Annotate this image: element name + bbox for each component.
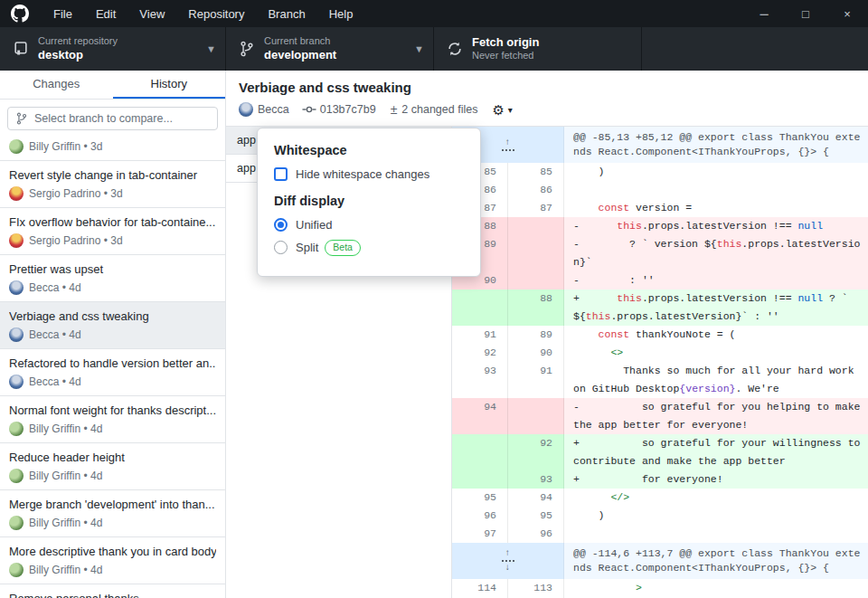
- minimize-button[interactable]: ─: [743, 0, 785, 27]
- commit-list-item-meta: Billy Griffin • 4d: [9, 422, 216, 436]
- avatar: [9, 516, 24, 530]
- menu-item-branch[interactable]: Branch: [256, 0, 316, 27]
- commit-list-item[interactable]: FIx overflow behavior for tab-containe..…: [0, 208, 225, 255]
- diff-new-line-number: 88: [508, 290, 564, 326]
- diff-line: 8686: [452, 181, 868, 199]
- diff-display-unified-option[interactable]: Unified: [274, 218, 464, 232]
- commit-list-item[interactable]: Billy Griffin • 3d: [0, 138, 225, 161]
- diff-line: 92+ so grateful for your willingness to …: [452, 434, 868, 470]
- menu-bar: FileEditViewRepositoryBranchHelp ─ □ ×: [0, 0, 868, 27]
- commit-list-item-meta: Billy Griffin • 3d: [9, 139, 216, 154]
- diff-line: 8787 const version =: [452, 199, 868, 217]
- commit-author-age: Sergio Padrino • 3d: [29, 187, 123, 200]
- commit-icon: [302, 104, 316, 115]
- current-repository-button[interactable]: Current repository desktop ▼: [0, 27, 226, 71]
- diff-line: 9391 Thanks so much for all your hard wo…: [452, 362, 868, 398]
- diff-options-button[interactable]: ⚙ ▾: [492, 103, 512, 117]
- avatar: [9, 422, 24, 436]
- diff-new-line-number: 94: [508, 489, 564, 507]
- compare-branch-input[interactable]: [34, 112, 210, 125]
- current-branch-value: development: [264, 48, 409, 62]
- commit-list-item-title: Revert style change in tab-container: [9, 168, 216, 182]
- diff-new-line-number: [508, 271, 564, 290]
- avatar: [9, 327, 24, 342]
- commit-list-item-title: Remove personal thanks: [9, 592, 216, 598]
- tab-history[interactable]: History: [113, 71, 226, 99]
- diff-view: ↑@@ -85,13 +85,12 @@ export class ThankY…: [452, 127, 868, 598]
- hide-whitespace-option[interactable]: Hide whitespace changes: [274, 167, 464, 181]
- maximize-button[interactable]: □: [785, 0, 826, 27]
- menu-item-edit[interactable]: Edit: [84, 0, 127, 27]
- toolbar-spacer: [642, 27, 868, 71]
- commit-list-item[interactable]: Refactored to handle version better an..…: [0, 349, 225, 396]
- diff-hunk-header: ↑@@ -85,13 +85,12 @@ export class ThankY…: [452, 127, 868, 163]
- github-logo-icon: [11, 5, 29, 23]
- diff-line: 9189 const thankYouNote = (: [452, 326, 868, 344]
- diff-new-line-number: 91: [508, 362, 564, 398]
- diff-code: >: [564, 579, 868, 597]
- compare-branch-box[interactable]: [7, 107, 218, 130]
- diff-new-line-number: 86: [508, 181, 564, 199]
- commit-author-age: Billy Griffin • 4d: [29, 422, 102, 435]
- diff-new-line-number: 85: [508, 163, 564, 181]
- avatar: [9, 139, 24, 154]
- diff-new-line-number: 95: [508, 507, 564, 525]
- commit-sha-value: 013b7c7b9: [320, 103, 376, 116]
- commit-author-age: Billy Griffin • 3d: [29, 140, 102, 153]
- close-button[interactable]: ×: [826, 0, 868, 27]
- diff-code: const version =: [564, 199, 868, 217]
- diff-new-line-number: 113: [508, 579, 564, 597]
- commit-list-item[interactable]: More descriptive thank you in card bodyB…: [0, 537, 225, 584]
- beta-badge: Beta: [325, 240, 361, 256]
- diff-new-line-number: 89: [508, 326, 564, 344]
- current-branch-button[interactable]: Current branch development ▼: [226, 27, 434, 71]
- menu-item-view[interactable]: View: [127, 0, 176, 27]
- commit-list-item[interactable]: Verbiage and css tweakingBecca • 4d: [0, 302, 225, 349]
- commit-author-age: Becca • 4d: [29, 375, 81, 388]
- commit-list-item[interactable]: Reduce header heightBilly Griffin • 4d: [0, 443, 225, 490]
- diff-display-split-option[interactable]: Split Beta: [274, 240, 464, 256]
- diff-code: Thanks so much for all your hard work on…: [564, 362, 868, 398]
- current-repository-label: Current repository: [38, 35, 201, 48]
- diff-line: 9290 <>: [452, 344, 868, 362]
- commit-list-item[interactable]: Remove personal thanksBilly Griffin • 4d: [0, 584, 225, 598]
- expand-up-icon: ↑: [505, 549, 510, 558]
- current-branch-label: Current branch: [264, 35, 409, 48]
- radio-unselected-icon[interactable]: [274, 241, 288, 254]
- fetch-origin-status: Never fetched: [472, 50, 632, 62]
- tab-changes[interactable]: Changes: [0, 71, 113, 99]
- commit-list-item-meta: Becca • 4d: [9, 280, 216, 295]
- menu-item-repository[interactable]: Repository: [176, 0, 256, 27]
- commit-list-item-title: Prettier was upset: [9, 262, 216, 276]
- fetch-origin-button[interactable]: Fetch origin Never fetched: [434, 27, 642, 71]
- commit-author-age: Billy Griffin • 4d: [29, 470, 102, 482]
- menu-item-file[interactable]: File: [42, 0, 84, 27]
- commit-list-item-title: Merge branch 'development' into than...: [9, 498, 216, 511]
- diff-code: + this.props.latestVersion !== null ? ` …: [564, 290, 868, 326]
- diff-old-line-number: [452, 470, 508, 489]
- commit-author: Becca: [258, 103, 289, 116]
- avatar: [9, 469, 24, 483]
- diff-new-line-number: [508, 235, 564, 271]
- diff-line: 90- : '': [452, 271, 868, 290]
- chevron-down-icon: ▼: [414, 43, 424, 54]
- diff-old-line-number: 93: [452, 362, 508, 398]
- commit-list-item[interactable]: Normal font weight for thanks descript..…: [0, 396, 225, 443]
- history-sidebar: Changes History Billy Griffin • 3dRevert…: [0, 71, 226, 598]
- window-controls: ─ □ ×: [743, 0, 868, 27]
- diff-code: ): [564, 507, 868, 525]
- menu-item-help[interactable]: Help: [317, 0, 365, 27]
- commit-list-item-title: More descriptive thank you in card body: [9, 545, 216, 558]
- toolbar: Current repository desktop ▼ Current bra…: [0, 27, 868, 71]
- commit-list-item[interactable]: Revert style change in tab-containerSerg…: [0, 161, 225, 208]
- commit-detail-header: Verbiage and css tweaking Becca 013b7c7b…: [226, 71, 868, 127]
- expand-hunk-button[interactable]: ↑↓: [452, 543, 564, 579]
- expand-up-icon: ↑: [505, 138, 510, 147]
- radio-selected-icon[interactable]: [274, 218, 288, 232]
- whitespace-heading: Whitespace: [274, 143, 464, 157]
- checkbox-unchecked-icon[interactable]: [274, 167, 288, 181]
- diff-new-line-number: [508, 217, 564, 235]
- commit-list-item[interactable]: Merge branch 'development' into than...B…: [0, 490, 225, 537]
- commit-list-item[interactable]: Prettier was upsetBecca • 4d: [0, 255, 225, 302]
- diff-old-line-number: 91: [452, 326, 508, 344]
